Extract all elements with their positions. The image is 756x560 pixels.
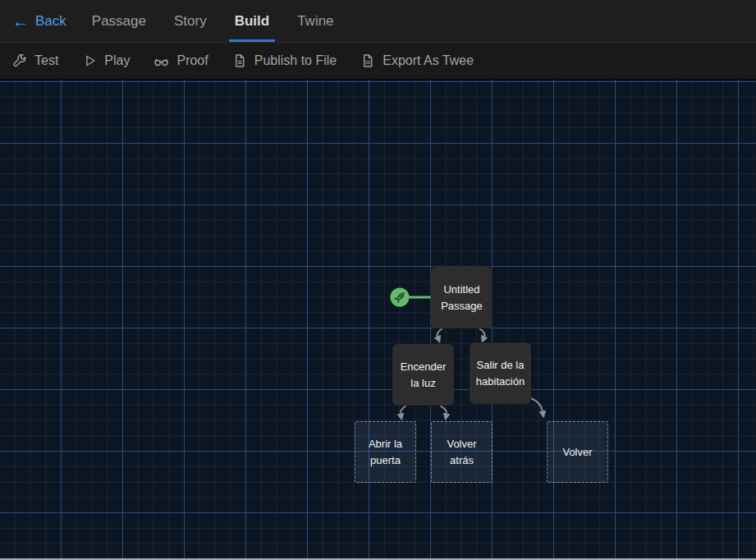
play-button[interactable]: Play [82, 53, 130, 68]
link-arrow-untitled-to-encender [438, 328, 442, 337]
test-label: Test [34, 53, 58, 68]
passage-node-salir-de-la-habitacion[interactable]: Salir de la habitación [470, 342, 531, 404]
link-arrow-untitled-to-salir [479, 328, 484, 337]
tab-story[interactable]: Story [160, 0, 221, 42]
top-nav-bar: ← Back Passage Story Build Twine [0, 0, 756, 43]
passage-name: Encender la luz [396, 359, 451, 392]
build-toolbar: Test Play Proof P [0, 43, 756, 80]
passage-node-untitled-passage[interactable]: Untitled Passage [431, 267, 493, 328]
proof-button[interactable]: Proof [153, 53, 208, 68]
tab-twine-label: Twine [297, 13, 333, 30]
start-passage-badge [391, 288, 433, 307]
tab-twine[interactable]: Twine [283, 0, 347, 42]
story-map-canvas[interactable]: Untitled Passage Encender la luz Salir d… [0, 80, 756, 560]
tab-story-label: Story [174, 13, 207, 30]
nav-tabs: Passage Story Build Twine [78, 0, 348, 42]
passage-name: Volver [562, 444, 592, 461]
passage-name: Volver atrás [435, 436, 488, 469]
test-button[interactable]: Test [12, 53, 58, 68]
file-dots-icon [360, 53, 375, 68]
tab-build[interactable]: Build [221, 0, 284, 42]
passage-node-volver[interactable]: Volver [547, 421, 608, 483]
passage-name: Abrir la puerta [359, 436, 412, 469]
proof-label: Proof [176, 53, 208, 68]
tab-build-label: Build [235, 13, 270, 30]
publish-to-file-label: Publish to File [254, 53, 337, 68]
tab-passage-label: Passage [92, 13, 146, 30]
play-label: Play [104, 53, 130, 68]
link-arrow-encender-to-volveratras [440, 406, 447, 414]
export-as-twee-button[interactable]: Export As Twee [360, 53, 474, 68]
arrow-left-icon: ← [12, 13, 29, 30]
passage-node-volver-atras[interactable]: Volver atrás [431, 421, 493, 483]
publish-to-file-button[interactable]: Publish to File [232, 53, 337, 68]
play-icon [82, 53, 97, 68]
link-arrow-salir-to-volver [531, 398, 543, 411]
export-as-twee-label: Export As Twee [383, 53, 474, 68]
back-button[interactable]: ← Back [0, 0, 78, 42]
glasses-icon [153, 53, 169, 68]
back-label: Back [35, 13, 66, 30]
wrench-icon [12, 53, 27, 68]
file-text-icon [232, 53, 247, 68]
tab-passage[interactable]: Passage [78, 0, 160, 42]
link-arrow-encender-to-abrir [401, 406, 406, 414]
passage-links-layer [0, 80, 756, 560]
passage-node-abrir-la-puerta[interactable]: Abrir la puerta [355, 421, 416, 483]
passage-name: Untitled Passage [434, 282, 489, 314]
passage-node-encender-la-luz[interactable]: Encender la luz [392, 344, 454, 406]
passage-name: Salir de la habitación [473, 357, 528, 390]
